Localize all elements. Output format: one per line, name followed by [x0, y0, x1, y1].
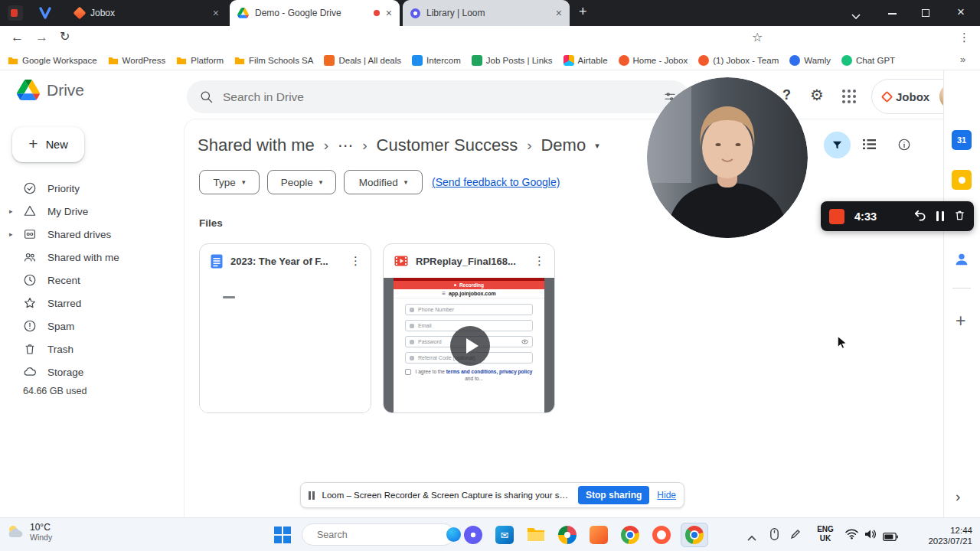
side-panel-collapse-icon[interactable]: › — [956, 488, 960, 505]
webcam-video — [647, 77, 808, 238]
taskbar-icon-outlook[interactable]: ✉ — [495, 526, 514, 544]
breadcrumb-ellipsis-button[interactable]: ⋯ — [338, 136, 353, 155]
window-menu-chevron-icon[interactable] — [851, 9, 861, 23]
tab-close-icon[interactable]: × — [213, 8, 219, 18]
apps-grid-icon[interactable] — [842, 90, 856, 103]
taskbar-icon-recording-ring[interactable] — [652, 526, 671, 544]
list-view-icon[interactable] — [862, 138, 877, 154]
drive-search-bar[interactable] — [187, 80, 689, 113]
keep-icon[interactable] — [952, 170, 972, 190]
bookmark-item[interactable]: Chat GPT — [841, 55, 895, 66]
file-card-video[interactable]: RPReplay_Final168... ⋮ Recording ≡ app.j… — [383, 243, 555, 413]
taskbar-search-input[interactable] — [317, 530, 440, 540]
taskbar-icon-chrome[interactable] — [621, 526, 639, 544]
add-addon-button[interactable]: + — [956, 311, 965, 331]
sidebar-item-shared-drives[interactable]: ▸ Shared drives — [0, 223, 181, 246]
tab-loom[interactable]: Library | Loom × — [403, 0, 570, 26]
info-icon[interactable] — [897, 138, 911, 155]
bookmark-item[interactable]: Intercom — [412, 55, 461, 66]
taskbar-icon-loom[interactable] — [464, 526, 482, 544]
bookmark-item[interactable]: Deals | All deals — [324, 55, 401, 66]
sidebar-item-shared-with-me[interactable]: Shared with me — [0, 246, 181, 269]
breadcrumb-root[interactable]: Shared with me — [198, 135, 315, 155]
tray-mouse-icon[interactable] — [770, 528, 779, 543]
window-minimize-button[interactable] — [888, 13, 897, 15]
window-close-button[interactable]: × — [957, 5, 965, 20]
view-filter-toggle[interactable] — [824, 132, 851, 158]
restart-recording-icon[interactable] — [913, 209, 926, 224]
tab-jobox[interactable]: Jobox × — [67, 0, 227, 26]
bookmark-folder[interactable]: WordPress — [108, 56, 166, 65]
bookmark-folder[interactable]: Platform — [176, 56, 224, 65]
app-window-icon[interactable] — [8, 5, 23, 21]
new-tab-button[interactable]: + — [579, 4, 587, 20]
file-menu-kebab-icon[interactable]: ⋮ — [350, 254, 361, 268]
settings-gear-icon[interactable]: ⚙ — [810, 86, 824, 104]
calendar-icon[interactable]: 31 — [952, 130, 972, 150]
sidebar-item-starred[interactable]: Starred — [0, 292, 181, 315]
tab-close-icon[interactable]: × — [386, 8, 392, 18]
sidebar-item-storage[interactable]: Storage — [0, 360, 181, 383]
stop-sharing-button[interactable]: Stop sharing — [578, 486, 649, 504]
back-icon[interactable]: ← — [11, 31, 24, 44]
language-indicator[interactable]: ENG UK — [813, 525, 838, 543]
taskbar-icon-file-explorer[interactable] — [527, 527, 545, 546]
sidebar-item-my-drive[interactable]: ▸ My Drive — [0, 200, 181, 223]
chrome-sharing-window[interactable] — [681, 523, 708, 547]
window-maximize-button[interactable] — [922, 9, 929, 17]
drive-logo[interactable]: Drive — [17, 80, 84, 100]
wifi-icon[interactable] — [845, 529, 858, 543]
start-button[interactable] — [274, 527, 291, 543]
expand-caret-icon[interactable]: ▸ — [9, 230, 13, 238]
bookmark-item[interactable]: Home - Jobox — [619, 55, 688, 66]
filter-chip-people[interactable]: People ▾ — [267, 170, 336, 194]
tray-expand-chevron-icon[interactable] — [747, 530, 756, 544]
bookmark-folder[interactable]: Google Workspace — [8, 56, 97, 65]
bookmark-item[interactable]: Airtable — [564, 55, 608, 66]
stop-recording-button[interactable] — [829, 209, 844, 224]
file-card-doc[interactable]: 2023: The Year of F... ⋮ — [199, 243, 371, 413]
bookmark-star-icon[interactable]: ☆ — [752, 31, 763, 44]
sidebar-item-trash[interactable]: Trash — [0, 337, 181, 360]
bookmark-folder[interactable]: Film Schools SA — [234, 56, 313, 65]
tab-drive-active[interactable]: Demo - Google Drive × — [230, 0, 400, 26]
tab-close-icon[interactable]: × — [556, 8, 562, 18]
taskbar-icon-photos[interactable] — [558, 526, 577, 544]
tray-pen-icon[interactable] — [790, 529, 801, 543]
file-menu-kebab-icon[interactable]: ⋮ — [534, 254, 545, 268]
sidebar-item-spam[interactable]: Spam — [0, 315, 181, 337]
webcam-bubble[interactable] — [647, 77, 808, 238]
contacts-icon[interactable] — [953, 251, 970, 271]
weather-widget[interactable]: 10°C Windy — [6, 522, 52, 543]
pinned-v-icon[interactable] — [38, 6, 52, 23]
file-card-header: RPReplay_Final168... ⋮ — [384, 244, 554, 278]
expand-caret-icon[interactable]: ▸ — [9, 207, 13, 215]
taskbar-search[interactable] — [302, 523, 455, 546]
sidebar-item-priority[interactable]: Priority — [0, 177, 181, 200]
intercom-favicon — [412, 55, 423, 66]
filter-chip-type[interactable]: Type ▾ — [199, 170, 260, 194]
sidebar-item-recent[interactable]: Recent — [0, 269, 181, 292]
bookmark-item[interactable]: (1) Jobox - Team — [698, 55, 779, 66]
delete-recording-icon[interactable] — [954, 209, 965, 224]
pause-recording-icon[interactable] — [936, 211, 945, 221]
new-button[interactable]: + New — [12, 127, 84, 162]
forward-icon[interactable]: → — [35, 31, 48, 44]
bookmarks-overflow-icon[interactable]: » — [960, 54, 965, 65]
taskbar-clock[interactable]: 12:44 2023/07/21 — [905, 525, 972, 547]
browser-menu-kebab-icon[interactable]: ⋮ — [959, 31, 970, 43]
filter-chip-modified[interactable]: Modified ▾ — [344, 170, 423, 194]
hide-link[interactable]: Hide — [657, 490, 676, 500]
volume-icon[interactable] — [864, 529, 877, 543]
feedback-link[interactable]: (Send feedback to Google) — [432, 176, 560, 188]
battery-icon[interactable] — [883, 530, 898, 544]
taskbar-icon-orange-app[interactable] — [590, 526, 608, 544]
reload-icon[interactable]: ↻ — [60, 31, 70, 43]
breadcrumb-caret-icon[interactable]: ▾ — [595, 141, 599, 151]
breadcrumb-middle[interactable]: Customer Success — [377, 135, 518, 155]
breadcrumb-current[interactable]: Demo — [541, 135, 586, 155]
bookmark-item[interactable]: Job Posts | Links — [472, 55, 553, 66]
drive-search-input[interactable] — [223, 90, 654, 104]
bookmark-item[interactable]: Wamly — [789, 55, 831, 66]
video-play-button[interactable] — [450, 326, 490, 366]
